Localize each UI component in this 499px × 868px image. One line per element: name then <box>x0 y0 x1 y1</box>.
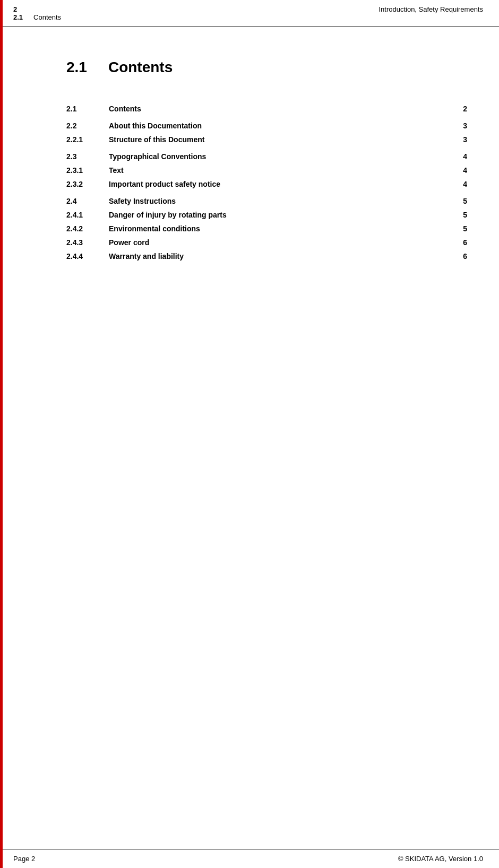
page-header: 2 2.1 Contents Introduction, Safety Requ… <box>3 0 499 27</box>
toc-section-num: 2.4.2 <box>66 224 109 233</box>
toc-section-title: Warranty and liability <box>109 252 451 261</box>
toc-section-num: 2.4.4 <box>66 252 109 261</box>
toc-page-num: 5 <box>451 224 467 233</box>
header-left: 2 2.1 Contents <box>13 5 61 21</box>
footer-copyright: © SKIDATA AG, Version 1.0 <box>398 855 483 863</box>
header-chapter-number: 2 <box>13 5 61 13</box>
toc-page-num: 2 <box>451 105 467 113</box>
page-title-number: 2.1 <box>66 59 87 76</box>
toc-row: 2.3Typographical Conventions4 <box>66 150 467 163</box>
toc-page-num: 6 <box>451 238 467 247</box>
table-of-contents: 2.1Contents22.2About this Documentation3… <box>66 102 467 263</box>
toc-section-title: Power cord <box>109 238 451 247</box>
toc-group: 2.2About this Documentation32.2.1Structu… <box>66 119 467 146</box>
page-title-block: 2.1 Contents <box>66 59 467 76</box>
toc-page-num: 4 <box>451 166 467 175</box>
toc-section-num: 2.2.1 <box>66 135 109 144</box>
toc-row: 2.4.4Warranty and liability6 <box>66 250 467 263</box>
toc-row: 2.2About this Documentation3 <box>66 119 467 132</box>
toc-row: 2.1Contents2 <box>66 102 467 115</box>
toc-page-num: 4 <box>451 152 467 161</box>
toc-row: 2.4.3Power cord6 <box>66 236 467 249</box>
toc-section-num: 2.1 <box>66 105 109 113</box>
header-section-label: Contents <box>33 13 61 21</box>
toc-section-title: Environmental conditions <box>109 224 451 233</box>
toc-section-num: 2.3 <box>66 152 109 161</box>
toc-section-num: 2.4 <box>66 197 109 205</box>
toc-row: 2.4Safety Instructions5 <box>66 195 467 207</box>
main-content: 2.1 Contents 2.1Contents22.2About this D… <box>3 27 499 309</box>
toc-section-num: 2.4.3 <box>66 238 109 247</box>
toc-page-num: 5 <box>451 197 467 205</box>
toc-row: 2.3.1Text4 <box>66 164 467 177</box>
toc-group: 2.3Typographical Conventions42.3.1Text42… <box>66 150 467 190</box>
toc-page-num: 3 <box>451 135 467 144</box>
header-title: Introduction, Safety Requirements <box>378 5 483 13</box>
page-footer: Page 2 © SKIDATA AG, Version 1.0 <box>3 849 499 868</box>
toc-section-title: Structure of this Document <box>109 135 451 144</box>
toc-row: 2.2.1Structure of this Document3 <box>66 133 467 146</box>
toc-page-num: 5 <box>451 211 467 219</box>
toc-section-title: Safety Instructions <box>109 197 451 205</box>
toc-section-num: 2.4.1 <box>66 211 109 219</box>
header-section-number: 2.1 <box>13 13 23 21</box>
toc-page-num: 4 <box>451 180 467 188</box>
toc-row: 2.4.1Danger of injury by rotating parts5 <box>66 209 467 221</box>
toc-page-num: 3 <box>451 121 467 130</box>
toc-section-title: Typographical Conventions <box>109 152 451 161</box>
toc-section-num: 2.3.2 <box>66 180 109 188</box>
toc-section-num: 2.3.1 <box>66 166 109 175</box>
toc-row: 2.4.2Environmental conditions5 <box>66 222 467 235</box>
toc-section-title: Important product safety notice <box>109 180 451 188</box>
toc-section-num: 2.2 <box>66 121 109 130</box>
toc-section-title: Danger of injury by rotating parts <box>109 211 451 219</box>
page-title-text: Contents <box>108 59 173 76</box>
footer-page-number: Page 2 <box>13 855 35 863</box>
red-border <box>0 0 3 868</box>
toc-section-title: Contents <box>109 105 451 113</box>
toc-group: 2.1Contents2 <box>66 102 467 115</box>
toc-section-title: About this Documentation <box>109 121 451 130</box>
toc-page-num: 6 <box>451 252 467 261</box>
toc-row: 2.3.2Important product safety notice4 <box>66 178 467 190</box>
toc-section-title: Text <box>109 166 451 175</box>
toc-group: 2.4Safety Instructions52.4.1Danger of in… <box>66 195 467 263</box>
